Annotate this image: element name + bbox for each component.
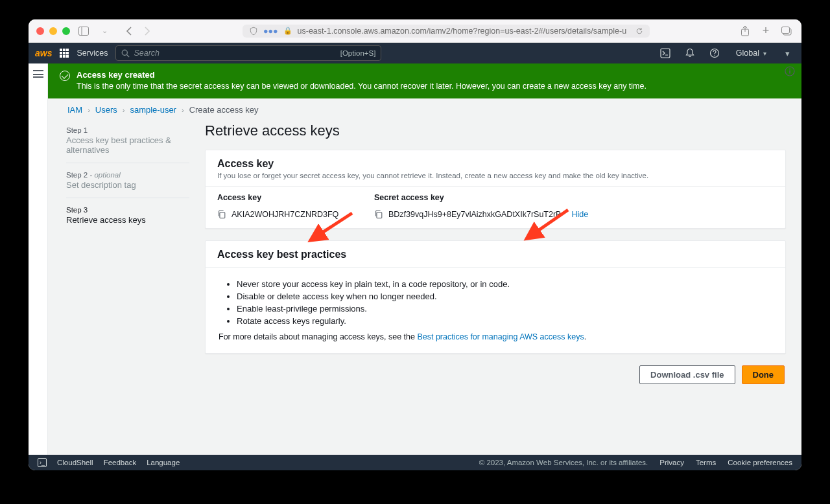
check-circle-icon <box>60 71 70 81</box>
download-csv-button[interactable]: Download .csv file <box>639 365 735 384</box>
tabs-icon[interactable] <box>779 24 794 38</box>
page-title: Retrieve access keys <box>205 122 786 139</box>
services-label[interactable]: Services <box>77 49 108 58</box>
secret-key-value: BDzf39vqJHs9+8Ey7vlAizhxkGADtXIk7rSuT2rB <box>388 210 561 219</box>
breadcrumb: IAM › Users › sample-user › Create acces… <box>48 98 801 117</box>
services-grid-icon[interactable] <box>60 49 69 58</box>
cloudshell-footer-icon[interactable]: ›_ <box>38 458 47 467</box>
notifications-icon[interactable] <box>682 45 698 62</box>
step-2[interactable]: Step 2 - optional Set description tag <box>66 167 189 198</box>
svg-rect-8 <box>661 49 670 58</box>
help-icon[interactable] <box>706 45 723 62</box>
bp-item: Disable or delete access key when no lon… <box>237 292 772 301</box>
footer-terms[interactable]: Terms <box>696 459 716 466</box>
bp-item: Rotate access keys regularly. <box>237 316 772 326</box>
url-text: us-east-1.console.aws.amazon.com/iamv2/h… <box>298 27 627 36</box>
browser-dropdown-icon[interactable]: ⌄ <box>97 24 112 38</box>
collapse-sidebar[interactable] <box>29 63 48 455</box>
search-icon <box>121 49 130 58</box>
copy-icon[interactable] <box>374 210 383 219</box>
maximize-window[interactable] <box>62 27 70 35</box>
access-key-sub: If you lose or forget your secret access… <box>217 172 774 179</box>
reload-icon[interactable] <box>635 27 643 35</box>
svg-point-11 <box>714 55 715 56</box>
best-practices-panel: Access key best practices Never store yo… <box>205 240 786 354</box>
svg-point-6 <box>123 50 128 55</box>
aws-footer: ›_ CloudShell Feedback Language © 2023, … <box>29 455 801 470</box>
svg-rect-14 <box>789 71 790 74</box>
minimize-window[interactable] <box>49 27 57 35</box>
svg-line-7 <box>127 54 130 57</box>
footer-copyright: © 2023, Amazon Web Services, Inc. or its… <box>479 459 648 466</box>
search-input[interactable]: Search [Option+S] <box>115 45 381 61</box>
aws-topnav: aws Services Search [Option+S] Global ▾ <box>29 43 801 63</box>
shield-icon <box>249 27 258 36</box>
crumb-user[interactable]: sample-user <box>130 105 176 115</box>
share-icon[interactable] <box>738 24 752 38</box>
region-selector[interactable]: Global <box>731 49 772 58</box>
svg-rect-5 <box>782 27 790 33</box>
aws-logo[interactable]: aws <box>35 48 52 58</box>
chevron-right-icon: › <box>182 106 184 114</box>
address-bar[interactable]: ●●● 🔒 us-east-1.console.aws.amazon.com/i… <box>243 25 650 38</box>
footer-privacy[interactable]: Privacy <box>659 459 684 466</box>
best-practices-link[interactable]: Best practices for managing AWS access k… <box>417 332 584 341</box>
access-key-id-value: AKIA2WOHJRH7CZNRD3FQ <box>231 210 338 219</box>
new-tab-icon[interactable]: + <box>759 24 773 38</box>
cloudshell-icon[interactable] <box>657 45 674 62</box>
step-3: Step 3 Retrieve access keys <box>66 202 189 233</box>
footer-language[interactable]: Language <box>147 459 180 466</box>
footer-cookies[interactable]: Cookie preferences <box>728 459 792 466</box>
banner-title: Access key created <box>77 70 646 80</box>
back-button[interactable] <box>122 24 136 38</box>
step-1[interactable]: Step 1 Access key best practices & alter… <box>66 122 189 163</box>
banner-subtitle: This is the only time that the secret ac… <box>77 82 646 91</box>
crumb-users[interactable]: Users <box>95 105 117 115</box>
copy-icon[interactable] <box>217 210 226 219</box>
crumb-iam[interactable]: IAM <box>67 105 82 115</box>
hide-link[interactable]: Hide <box>571 210 588 219</box>
chevron-right-icon: › <box>123 106 125 114</box>
svg-point-13 <box>789 69 790 70</box>
traffic-lights <box>36 27 70 35</box>
search-placeholder: Search <box>134 49 340 58</box>
chevron-right-icon: › <box>88 106 90 114</box>
bp-item: Never store your access key in plain tex… <box>237 279 772 289</box>
secret-key-label: Secret access key <box>374 193 774 202</box>
svg-rect-15 <box>220 212 225 218</box>
access-key-id-label: Access key <box>217 193 351 202</box>
sidebar-toggle-icon[interactable] <box>77 24 91 38</box>
lock-icon: 🔒 <box>283 27 292 35</box>
svg-rect-16 <box>377 212 382 218</box>
info-icon[interactable] <box>785 66 795 76</box>
browser-chrome: ⌄ ●●● 🔒 us-east-1.console.aws.amazon.com… <box>29 19 801 43</box>
close-window[interactable] <box>36 27 44 35</box>
forward-button[interactable] <box>140 24 154 38</box>
wizard-steps: Step 1 Access key best practices & alter… <box>66 122 189 384</box>
svg-rect-0 <box>79 27 89 35</box>
reader-icon: ●●● <box>263 27 278 36</box>
account-menu[interactable]: ▾ <box>779 49 795 58</box>
crumb-current: Create access key <box>189 105 259 115</box>
bp-item: Enable least-privilege permissions. <box>237 304 772 314</box>
footer-cloudshell[interactable]: CloudShell <box>57 459 93 466</box>
done-button[interactable]: Done <box>742 365 785 384</box>
success-banner: Access key created This is the only time… <box>48 63 801 98</box>
best-practices-heading: Access key best practices <box>217 249 774 260</box>
footer-feedback[interactable]: Feedback <box>104 459 137 466</box>
access-key-heading: Access key <box>217 158 774 170</box>
search-hint: [Option+S] <box>340 49 376 57</box>
access-key-panel: Access key If you lose or forget your se… <box>205 150 786 229</box>
